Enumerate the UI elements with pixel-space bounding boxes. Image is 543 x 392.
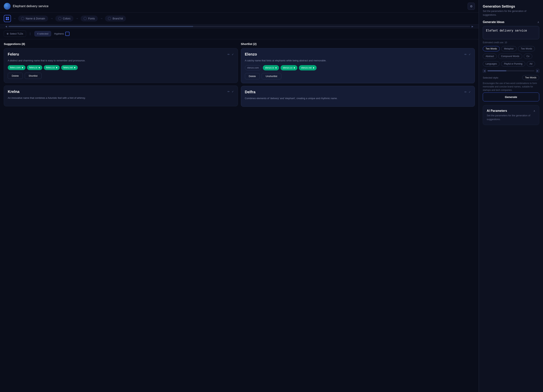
tab-name-domain-label: Name & Domain — [26, 17, 45, 20]
generate-ideas-input[interactable]: Elefant delivery service — [483, 26, 539, 39]
suggestions-columns: Suggestions (8) Feleru ✏ ✓ A distinct an… — [4, 42, 475, 109]
chip-compound-words[interactable]: Compound Words — [498, 54, 522, 59]
card-feleru-header: Feleru ✏ ✓ — [8, 52, 234, 57]
tab-fonts[interactable]: Fonts — [81, 16, 98, 22]
scroll-left-arrow[interactable]: ◀ — [4, 25, 8, 28]
settings-button[interactable]: ⚙ — [468, 3, 475, 10]
elenzo-check-button[interactable]: ✓ — [469, 53, 471, 56]
selected-style-label: Selected style: — [483, 76, 499, 79]
feleru-edit-button[interactable]: ✏ — [227, 53, 230, 56]
header-left: Elephant delivery service — [4, 3, 49, 10]
chip-languages[interactable]: Languages — [483, 61, 500, 67]
scroll-track[interactable] — [8, 26, 470, 27]
plus-icon: ⊕ — [7, 32, 9, 35]
card-krelna-header: Krelna ✏ ✓ — [8, 90, 234, 94]
card-elenzo-header: Elenzo ✏ ✓ — [245, 52, 471, 57]
card-feleru: Feleru ✏ ✓ A distinct and charming name … — [4, 48, 238, 83]
tab-brand-kit-label: Brand kit — [113, 17, 123, 20]
tag-dot: ◆ — [22, 67, 23, 68]
feleru-io-tag[interactable]: feleru.io ◆ — [27, 65, 42, 70]
chips-scroll-track[interactable] — [487, 70, 535, 71]
chips-scroll-thumb — [487, 70, 506, 71]
shortlist-header: Shortlist (2) — [241, 42, 475, 45]
ai-params-chevron[interactable]: ∧ — [533, 109, 535, 112]
elenzo-unshortlist-button[interactable]: Unshortlist — [262, 73, 281, 79]
feleru-delete-button[interactable]: Delete — [8, 73, 23, 79]
generation-settings-title: Generation Settings — [483, 5, 539, 8]
elenzo-co-tag[interactable]: elenzo.co ◆ — [281, 65, 297, 70]
card-delfra-icons: ✏ ✓ — [464, 91, 471, 93]
elenzo-net-tag[interactable]: elenzo.net ◆ — [299, 65, 317, 70]
chip-two-words-2[interactable]: Two Words — [518, 46, 535, 51]
shortlist-column: Shortlist (2) Elenzo ✏ ✓ A catchy name t… — [241, 42, 475, 109]
ai-params-title: AI Parameters — [487, 109, 507, 113]
horizontal-scrollbar[interactable]: ◀ ▶ — [0, 25, 479, 28]
grid-view-tab[interactable] — [4, 15, 11, 22]
ai-params-subtitle: Set the parameters for the generation of… — [487, 114, 535, 121]
elenzo-domain-tags: elenzo.com elenzo.io ◆ elenzo.co ◆ elenz… — [245, 65, 471, 70]
card-delfra: Delfra ✏ ✓ Combines elements of 'deliver… — [241, 86, 475, 107]
feleru-check-button[interactable]: ✓ — [232, 53, 234, 56]
grid-icon — [6, 17, 9, 20]
scroll-right-arrow[interactable]: ▶ — [470, 25, 475, 28]
generate-ideas-section: Generate Ideas ∧ Elefant delivery servic… — [483, 20, 539, 101]
feleru-net-tag[interactable]: feleru.net ◆ — [61, 65, 78, 70]
delfra-check-button[interactable]: ✓ — [469, 91, 471, 93]
chip-abstract[interactable]: Abstract — [483, 54, 497, 59]
tab-fonts-label: Fonts — [88, 17, 95, 20]
nav-arrow-1: → — [12, 17, 17, 20]
feleru-com-tag[interactable]: feleru.com ◆ — [8, 65, 25, 70]
chip-co[interactable]: Co — [524, 54, 532, 59]
chips-scroll-right[interactable]: ▶ — [536, 69, 539, 73]
tag-dot: ◆ — [275, 67, 277, 69]
card-krelna: Krelna ✏ ✓ An innovative name that combi… — [4, 85, 238, 107]
elenzo-com-tag[interactable]: elenzo.com — [245, 65, 261, 70]
chip-metaphor[interactable]: Metaphor — [501, 46, 517, 51]
krelna-edit-button[interactable]: ✏ — [227, 90, 230, 93]
left-panel: Elephant delivery service ⚙ → Name & Dom… — [0, 0, 479, 392]
chip-ad[interactable]: Ad — [527, 61, 535, 67]
tab-colors[interactable]: Colors — [55, 16, 74, 22]
elenzo-delete-button[interactable]: Delete — [245, 73, 260, 79]
card-krelna-icons: ✏ ✓ — [227, 90, 234, 93]
chips-scroll-left[interactable]: ◀ — [483, 69, 486, 73]
feleru-co-tag[interactable]: feleru.co ◆ — [44, 65, 60, 70]
select-tlds-button[interactable]: ⊕ Select TLDs — [4, 31, 26, 37]
chips-scroll-row[interactable]: ◀ ▶ — [483, 68, 539, 73]
nav-tabs: → Name & Domain → Colors → Fonts → Brand… — [0, 13, 479, 25]
card-elenzo-name: Elenzo — [245, 52, 257, 57]
main-content: Suggestions (8) Feleru ✏ ✓ A distinct an… — [0, 39, 479, 392]
app-title: Elephant delivery service — [13, 4, 49, 8]
selected-style-value[interactable]: Two Words — [522, 75, 539, 80]
tab-circle — [84, 17, 87, 20]
selected-count-badge[interactable]: 4 selected — [34, 31, 51, 36]
tab-circle — [108, 17, 111, 20]
chip-two-words[interactable]: Two Words — [483, 46, 500, 51]
generate-button[interactable]: Generate — [483, 92, 539, 101]
ai-params-header: AI Parameters ∧ — [487, 109, 535, 113]
selected-style-row: Selected style: Two Words — [483, 75, 539, 80]
hyphens-toggle[interactable] — [65, 32, 69, 36]
card-delfra-desc: Combines elements of 'delivery' and 'ele… — [245, 97, 471, 100]
generation-settings-section: Generation Settings Set the parameters f… — [483, 5, 539, 17]
tab-brand-kit[interactable]: Brand kit — [105, 16, 126, 22]
tag-dot: ◆ — [74, 67, 75, 68]
nav-arrow-4: → — [99, 17, 103, 20]
elenzo-io-tag[interactable]: elenzo.io ◆ — [263, 65, 279, 70]
credit-info: Estimated credit use: 10 — [483, 41, 539, 44]
chip-playful[interactable]: Playful or Punning — [501, 61, 525, 67]
delfra-edit-button[interactable]: ✏ — [464, 91, 467, 93]
generate-ideas-title: Generate Ideas — [483, 20, 504, 24]
select-tlds-label: Select TLDs — [10, 32, 23, 35]
chevron-up-icon[interactable]: ∧ — [537, 21, 539, 24]
card-feleru-desc: A distinct and charming name that is eas… — [8, 59, 234, 62]
selected-style-description: Encourages the use of two-word combinati… — [483, 82, 539, 92]
tag-dot: ◆ — [56, 67, 57, 68]
card-elenzo-icons: ✏ ✓ — [464, 53, 471, 56]
krelna-check-button[interactable]: ✓ — [232, 90, 234, 93]
elenzo-edit-button[interactable]: ✏ — [464, 53, 467, 56]
tag-dot: ◆ — [39, 67, 40, 68]
tab-name-domain[interactable]: Name & Domain — [18, 16, 48, 22]
hyphens-row: Hyphens — [54, 32, 69, 36]
feleru-shortlist-button[interactable]: Shortlist — [25, 73, 41, 79]
